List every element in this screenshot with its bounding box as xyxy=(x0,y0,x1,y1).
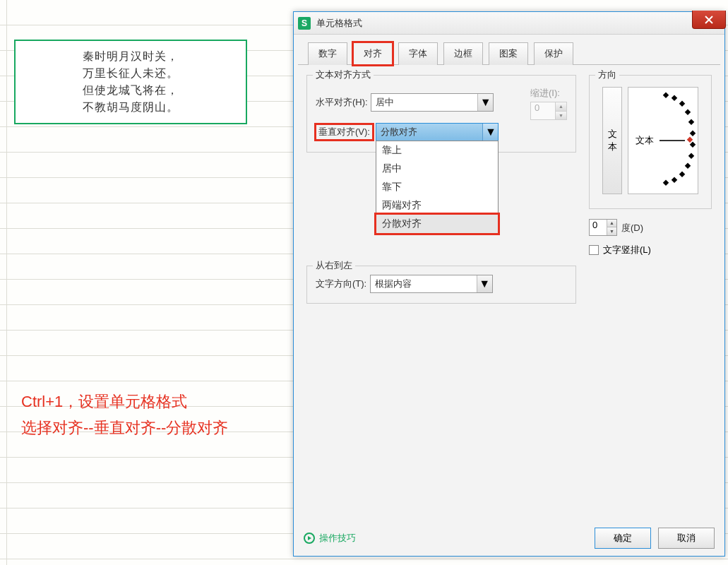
chevron-down-icon[interactable]: ▼ xyxy=(477,94,493,111)
cell-format-dialog: S 单元格格式 数字 对齐 字体 边框 图案 保护 文本对齐方式 水平对齐(H)… xyxy=(293,11,725,557)
option-bottom[interactable]: 靠下 xyxy=(376,178,498,196)
degree-spinner[interactable]: 0 ▲▼ xyxy=(589,219,617,236)
group-legend: 方向 xyxy=(595,69,619,81)
vertical-text-button[interactable]: 文本 xyxy=(602,87,622,194)
h-align-input[interactable] xyxy=(371,93,494,112)
rtl-group: 从右到左 文字方向(T): ▼ xyxy=(306,266,576,304)
chevron-down-icon[interactable]: ▼ xyxy=(482,124,498,141)
tab-border[interactable]: 边框 xyxy=(443,42,483,65)
text-direction-input[interactable] xyxy=(370,275,493,293)
instruction-text: Ctrl+1，设置单元格格式 选择对齐--垂直对齐--分散对齐 xyxy=(21,388,228,441)
group-legend: 文本对齐方式 xyxy=(313,69,374,81)
orientation-dial[interactable]: 文本 xyxy=(628,87,698,194)
indent-spinner: 0 ▲▼ xyxy=(530,102,567,120)
chevron-down-icon[interactable]: ▼ xyxy=(477,275,492,292)
text-alignment-group: 文本对齐方式 水平对齐(H): ▼ 缩进(I): 0 ▲▼ xyxy=(306,75,576,153)
option-center[interactable]: 居中 xyxy=(376,160,498,178)
tab-bar: 数字 对齐 字体 边框 图案 保护 xyxy=(298,35,720,65)
text-direction-combo[interactable]: ▼ xyxy=(370,275,493,293)
app-logo-icon: S xyxy=(298,17,311,30)
v-align-input[interactable] xyxy=(376,123,499,141)
dial-line xyxy=(660,140,685,141)
close-button[interactable] xyxy=(692,11,726,29)
poem-line: 秦时明月汉时关， xyxy=(83,48,179,65)
tab-pattern[interactable]: 图案 xyxy=(489,42,528,65)
v-align-label: 垂直对齐(V): xyxy=(316,124,373,140)
poem-line: 不教胡马度阴山。 xyxy=(83,99,179,116)
poem-line: 万里长征人未还。 xyxy=(83,65,179,82)
degree-label: 度(D) xyxy=(621,222,643,234)
dialog-title: 单元格格式 xyxy=(316,17,362,30)
text-direction-label: 文字方向(T): xyxy=(316,278,366,290)
checkbox-icon xyxy=(589,245,599,255)
h-align-label: 水平对齐(H): xyxy=(316,96,368,109)
play-icon xyxy=(304,533,315,544)
v-align-combo[interactable]: ▼ 靠上 居中 靠下 两端对齐 分散对齐 xyxy=(376,123,499,141)
orientation-group: 方向 文本 文本 xyxy=(589,75,712,209)
h-align-combo[interactable]: ▼ xyxy=(371,93,494,112)
close-icon xyxy=(704,15,714,25)
option-top[interactable]: 靠上 xyxy=(376,141,498,160)
ok-button[interactable]: 确定 xyxy=(595,528,651,549)
v-align-dropdown: 靠上 居中 靠下 两端对齐 分散对齐 xyxy=(376,141,499,234)
poem-line: 但使龙城飞将在， xyxy=(83,82,179,99)
tips-link[interactable]: 操作技巧 xyxy=(304,532,356,545)
group-legend: 从右到左 xyxy=(313,259,355,272)
tab-protection[interactable]: 保护 xyxy=(534,42,573,65)
option-justify[interactable]: 两端对齐 xyxy=(376,196,498,215)
checkbox-label: 文字竖排(L) xyxy=(603,244,651,256)
dialog-titlebar[interactable]: S 单元格格式 xyxy=(294,12,724,35)
tab-font[interactable]: 字体 xyxy=(398,42,438,65)
option-distributed[interactable]: 分散对齐 xyxy=(376,214,499,234)
poem-cell[interactable]: 秦时明月汉时关， 万里长征人未还。 但使龙城飞将在， 不教胡马度阴山。 xyxy=(14,40,247,124)
cancel-button[interactable]: 取消 xyxy=(658,528,715,549)
vertical-text-checkbox[interactable]: 文字竖排(L) xyxy=(589,244,712,256)
indent-label: 缩进(I): xyxy=(530,87,560,100)
tab-alignment[interactable]: 对齐 xyxy=(353,42,393,65)
tab-number[interactable]: 数字 xyxy=(308,42,347,65)
